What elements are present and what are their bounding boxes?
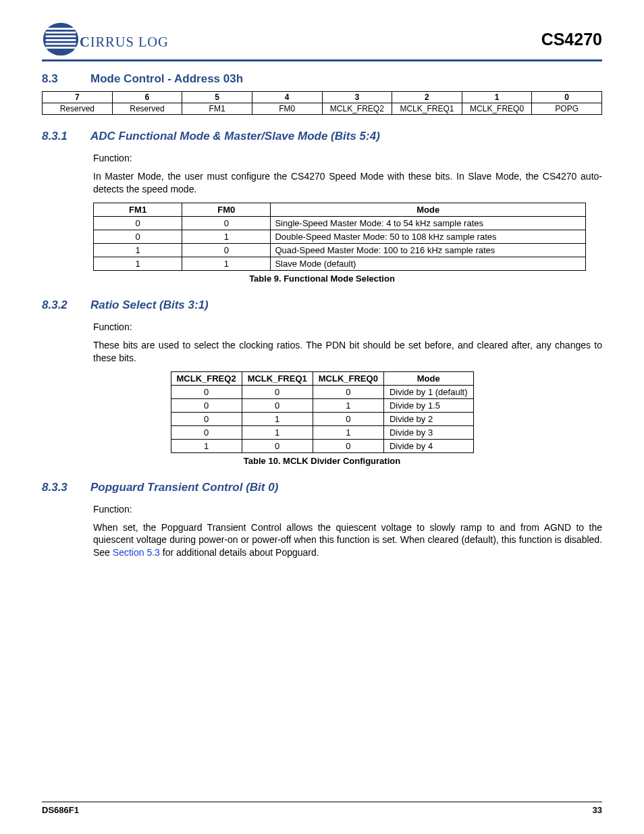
bit-header: 0 <box>532 92 602 103</box>
svg-rect-1 <box>46 28 76 30</box>
bit-cell: FM1 <box>182 103 252 115</box>
bit-header: 2 <box>392 92 462 103</box>
section-title: Mode Control - Address 03h <box>90 72 243 85</box>
table-row: 100Divide by 4 <box>171 439 473 452</box>
bit-header: 3 <box>322 92 392 103</box>
table-caption: Table 9. Functional Mode Selection <box>42 273 602 284</box>
table-header: Mode <box>383 371 473 385</box>
bit-header: 1 <box>462 92 532 103</box>
mclk-divider-table: MCLK_FREQ2 MCLK_FREQ1 MCLK_FREQ0 Mode 00… <box>171 371 474 453</box>
subsection-heading-8-3-1: 8.3.1ADC Functional Mode & Master/Slave … <box>42 130 602 143</box>
table-header: MCLK_FREQ1 <box>242 371 313 385</box>
svg-rect-4 <box>46 39 76 41</box>
svg-rect-2 <box>46 32 76 34</box>
subsection-heading-8-3-3: 8.3.3Popguard Transient Control (Bit 0) <box>42 481 602 494</box>
subsection-heading-8-3-2: 8.3.2Ratio Select (Bits 3:1) <box>42 298 602 312</box>
bits-register-table: 7 6 5 4 3 2 1 0 Reserved Reserved FM1 FM… <box>42 91 602 115</box>
bit-cell: MCLK_FREQ0 <box>462 103 532 115</box>
brand-logo: CIRRUS LOGIC® <box>42 20 168 58</box>
function-label: Function: <box>93 321 602 332</box>
subsection-title: ADC Functional Mode & Master/Slave Mode … <box>90 130 380 142</box>
table-header: Mode <box>271 203 586 216</box>
svg-rect-3 <box>46 35 76 37</box>
bit-cell: MCLK_FREQ1 <box>392 103 462 115</box>
cirrus-logic-logo-icon: CIRRUS LOGIC® <box>42 20 168 58</box>
bit-cell: Reserved <box>112 103 182 115</box>
body-paragraph: These bits are used to select the clocki… <box>93 339 602 365</box>
body-paragraph: When set, the Popguard Transient Control… <box>93 521 602 560</box>
table-header: FM1 <box>94 203 182 216</box>
subsection-number: 8.3.3 <box>42 481 90 494</box>
page-footer: DS686F1 33 <box>42 802 602 815</box>
document-id: DS686F1 <box>42 805 79 815</box>
table-caption: Table 10. MCLK Divider Configuration <box>42 456 602 466</box>
bit-header: 7 <box>43 92 113 103</box>
table-row: 001Divide by 1.5 <box>171 398 473 412</box>
table-row: 000Divide by 1 (default) <box>171 385 473 398</box>
svg-rect-6 <box>46 47 76 49</box>
bit-cell: POPG <box>532 103 602 115</box>
table-row: 10Quad-Speed Master Mode: 100 to 216 kHz… <box>94 243 586 257</box>
svg-rect-5 <box>46 43 76 45</box>
table-header: MCLK_FREQ0 <box>313 371 383 385</box>
bit-header: 5 <box>182 92 252 103</box>
section-5-3-link[interactable]: Section 5.3 <box>113 547 160 558</box>
table-row: 01Double-Speed Master Mode: 50 to 108 kH… <box>94 230 586 243</box>
subsection-title: Ratio Select (Bits 3:1) <box>90 298 209 311</box>
bit-cell: Reserved <box>43 103 113 115</box>
page-header: CIRRUS LOGIC® CS4270 <box>42 20 602 61</box>
bit-header: 4 <box>252 92 322 103</box>
part-number: CS4270 <box>541 30 602 49</box>
table-row: 00Single-Speed Master Mode: 4 to 54 kHz … <box>94 216 586 230</box>
brand-text: IRRUS LOGIC <box>90 34 168 49</box>
function-label: Function: <box>93 153 602 163</box>
table-row: 010Divide by 2 <box>171 412 473 425</box>
svg-text:CIRRUS LOGIC®: CIRRUS LOGIC® <box>80 34 168 49</box>
body-text-post: for additional details about Popguard. <box>160 547 319 558</box>
subsection-number: 8.3.2 <box>42 298 90 312</box>
bit-cell: FM0 <box>252 103 322 115</box>
table-row: 11Slave Mode (default) <box>94 257 586 270</box>
section-heading-8-3: 8.3Mode Control - Address 03h <box>42 72 602 86</box>
table-header: FM0 <box>182 203 271 216</box>
table-row: 011Divide by 3 <box>171 425 473 439</box>
subsection-title: Popguard Transient Control (Bit 0) <box>90 481 278 494</box>
bit-cell: MCLK_FREQ2 <box>322 103 392 115</box>
bit-header: 6 <box>112 92 182 103</box>
page-number: 33 <box>593 805 602 815</box>
functional-mode-table: FM1 FM0 Mode 00Single-Speed Master Mode:… <box>93 203 586 271</box>
section-number: 8.3 <box>42 72 90 86</box>
subsection-number: 8.3.1 <box>42 130 90 143</box>
table-header: MCLK_FREQ2 <box>171 371 242 385</box>
body-paragraph: In Master Mode, the user must configure … <box>93 170 602 196</box>
function-label: Function: <box>93 504 602 515</box>
